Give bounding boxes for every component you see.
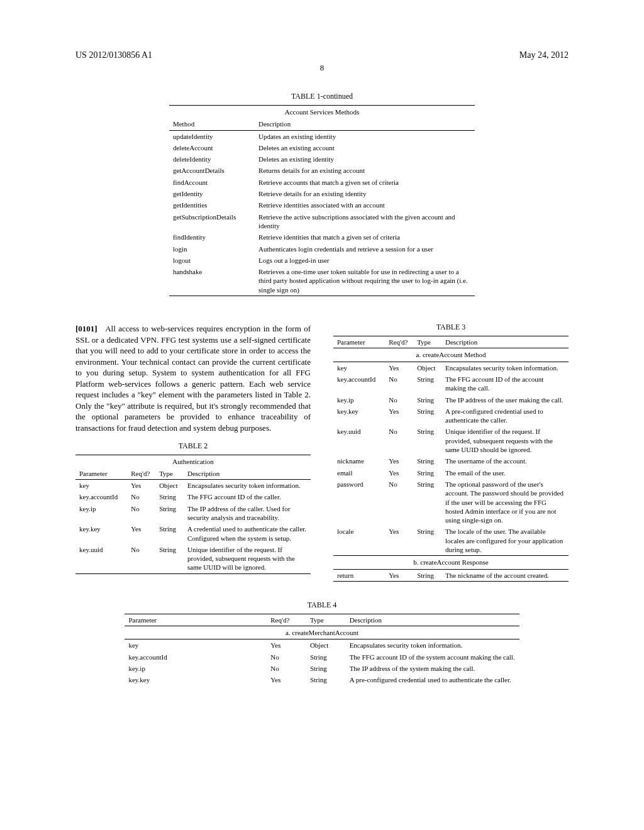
t1-h1: Method: [169, 118, 255, 130]
t1-h2: Description: [255, 118, 475, 130]
t3b-r0c4: The nickname of the account created.: [441, 569, 569, 581]
t3a-r4c3: String: [413, 426, 441, 455]
t1-r11c1: handshake: [169, 266, 255, 296]
t1-r6c2: Retrieve identities associated with an a…: [255, 199, 475, 211]
t2-r0c4: Encapsulates security token information.: [184, 480, 311, 492]
t3a-r5c3: String: [413, 455, 441, 467]
t1-r5c1: getIdentity: [169, 188, 255, 199]
t3a-r8c4: The locale of the user. The available lo…: [441, 526, 569, 555]
t1-r2c2: Deletes an existing identity: [255, 153, 475, 165]
page-header: US 2012/0130856 A1 May 24, 2012: [75, 50, 569, 60]
t3-h3: Type: [413, 336, 441, 348]
t4-r1c3: String: [306, 651, 346, 663]
table2-title: TABLE 2: [75, 441, 311, 451]
t4-h2: Req'd?: [267, 614, 306, 626]
page-number: 8: [75, 63, 569, 73]
table3-title: TABLE 3: [333, 323, 569, 332]
t3a-r3c2: Yes: [385, 406, 413, 426]
t1-r8c1: findIdentity: [169, 231, 255, 243]
table2-subtitle: Authentication: [75, 455, 311, 468]
t3a-r5c1: nickname: [333, 455, 385, 467]
t4-h4: Description: [346, 614, 519, 626]
t1-r11c2: Retrieves a one-time user token suitable…: [255, 266, 475, 296]
table1-title: TABLE 1-continued: [169, 92, 475, 101]
t1-r0c2: Updates an existing identity: [255, 130, 475, 142]
table4-title: TABLE 4: [125, 600, 519, 610]
t2-r3c1: key.key: [75, 523, 127, 544]
t4-r0c2: Yes: [267, 639, 306, 651]
t4-h1: Parameter: [125, 614, 267, 626]
table4: TABLE 4 Parameter Req'd? Type Descriptio…: [125, 600, 519, 686]
paragraph-0101: [0101] All access to web-services requir…: [75, 323, 311, 433]
t3b-r0c3: String: [413, 569, 441, 581]
table2: Authentication Parameter Req'd? Type Des…: [75, 455, 311, 574]
t1-r5c2: Retrieve details for an existing identit…: [255, 188, 475, 199]
t3-h2: Req'd?: [385, 336, 413, 348]
t3b-r0c1: return: [333, 569, 385, 581]
t4-r3c4: A pre-configured credential used to auth…: [346, 674, 519, 685]
table1-subtitle: Account Services Methods: [169, 106, 475, 119]
t4-r3c2: Yes: [267, 674, 306, 685]
t2-r1c3: String: [155, 491, 184, 502]
t3a-r2c4: The IP address of the user making the ca…: [441, 394, 569, 406]
pub-number: US 2012/0130856 A1: [75, 50, 152, 60]
t4-r3c1: key.key: [125, 674, 267, 685]
t3a-r7c1: password: [333, 479, 385, 526]
t1-r10c2: Logs out a logged-in user: [255, 255, 475, 266]
t2-r0c2: Yes: [127, 480, 155, 492]
t3a-r0c3: Object: [413, 362, 441, 374]
table1: TABLE 1-continued Account Services Metho…: [169, 92, 475, 296]
t2-r4c1: key.uuid: [75, 544, 127, 573]
t3a-r6c3: String: [413, 467, 441, 479]
t4-r1c1: key.accountId: [125, 651, 267, 663]
t1-r4c1: findAccount: [169, 177, 255, 188]
t1-r10c1: logout: [169, 255, 255, 266]
t3-h1: Parameter: [333, 336, 385, 348]
t4-h3: Type: [306, 614, 346, 626]
t4-r1c4: The FFG account ID of the system account…: [346, 651, 519, 663]
t3a-r1c2: No: [385, 374, 413, 394]
t1-r0c1: updateIdentity: [169, 130, 255, 142]
t3a-r3c3: String: [413, 406, 441, 426]
t3a-r0c1: key: [333, 362, 385, 374]
t3a-r5c4: The username of the account.: [441, 455, 569, 467]
t3-sectionB: b. createAccount Response: [333, 556, 569, 569]
t2-r2c3: String: [155, 503, 184, 524]
t3a-r7c2: No: [385, 479, 413, 526]
t3a-r1c1: key.accountId: [333, 374, 385, 394]
right-column: TABLE 3 Parameter Req'd? Type Descriptio…: [333, 315, 569, 582]
t2-r3c4: A credential used to authenticate the ca…: [184, 523, 311, 544]
t1-r6c1: getIdentities: [169, 199, 255, 211]
t2-r3c3: String: [155, 523, 184, 544]
t3a-r0c4: Encapsulates security token information.: [441, 362, 569, 374]
t3a-r1c4: The FFG account ID of the account making…: [441, 374, 569, 394]
t4-r1c2: No: [267, 651, 306, 663]
t1-r8c2: Retrieve identities that match a given s…: [255, 231, 475, 243]
t3a-r6c4: The email of the user.: [441, 467, 569, 479]
t2-r2c2: No: [127, 503, 155, 524]
t2-r3c2: Yes: [127, 523, 155, 544]
t3-h4: Description: [441, 336, 569, 348]
t3a-r5c2: Yes: [385, 455, 413, 467]
t2-r1c4: The FFG account ID of the caller.: [184, 491, 311, 502]
t2-r4c3: String: [155, 544, 184, 573]
pub-date: May 24, 2012: [519, 50, 569, 60]
t1-r1c1: deleteAccount: [169, 142, 255, 153]
t3a-r4c4: Unique identifier of the request. If pro…: [441, 426, 569, 455]
t3a-r4c2: No: [385, 426, 413, 455]
t3a-r6c2: Yes: [385, 467, 413, 479]
t3a-r3c4: A pre-configured credential used to auth…: [441, 406, 569, 426]
t2-h3: Type: [155, 468, 184, 480]
t3a-r0c2: Yes: [385, 362, 413, 374]
t1-r7c2: Retrieve the active subscriptions associ…: [255, 211, 475, 232]
t1-r9c2: Authenticates login credentials and retr…: [255, 243, 475, 255]
t2-r4c4: Unique identifier of the request. If pro…: [184, 544, 311, 573]
t3a-r6c1: email: [333, 467, 385, 479]
t4-r2c3: String: [306, 663, 346, 674]
t3a-r4c1: key.uuid: [333, 426, 385, 455]
t3-sectionA: a. createAccount Method: [333, 348, 569, 362]
t2-r1c2: No: [127, 491, 155, 502]
t1-r2c1: deleteIdentity: [169, 153, 255, 165]
t3a-r7c3: String: [413, 479, 441, 526]
t3a-r8c2: Yes: [385, 526, 413, 555]
